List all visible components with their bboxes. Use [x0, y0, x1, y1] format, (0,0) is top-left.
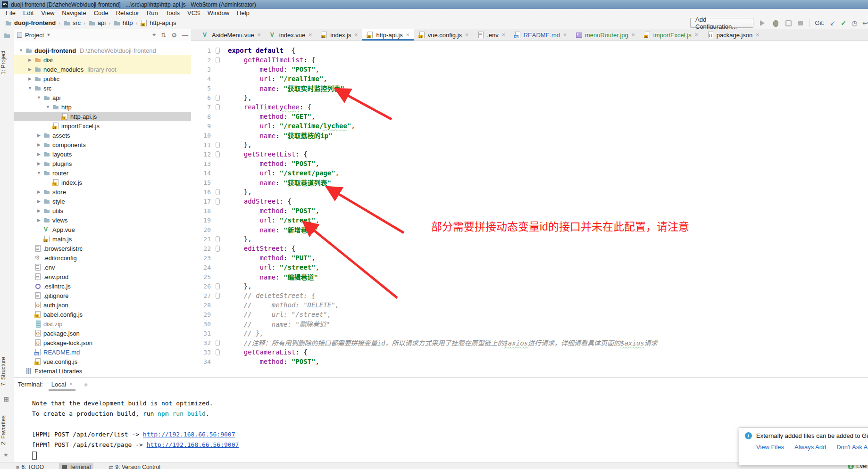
fold-pill-icon[interactable] [216, 57, 220, 63]
tree-item-duoji-frontend[interactable]: ▼duoji-frontendD:\zheheWeb\duoji-fronten… [14, 46, 191, 55]
chevron-right-icon[interactable]: ▶ [35, 161, 43, 166]
tree-item-style[interactable]: ▶style [14, 197, 191, 206]
tree-item-router[interactable]: ▼router [14, 168, 191, 178]
breadcrumb-item-duoji-frontend[interactable]: duoji-frontend [4, 19, 57, 27]
toolwindow-button-structure[interactable]: 7: Structure [0, 349, 14, 394]
fold-pill-icon[interactable] [216, 236, 220, 242]
chevron-right-icon[interactable]: ▶ [35, 133, 43, 138]
git-update-icon[interactable]: ↙ [830, 19, 836, 27]
menu-item-window[interactable]: Window [204, 9, 233, 16]
fold-pill-icon[interactable] [216, 142, 220, 148]
tree-item-.editorconfig[interactable]: .editorconfig [14, 253, 191, 263]
fold-pill-icon[interactable] [216, 246, 220, 252]
menu-item-edit[interactable]: Edit [19, 9, 37, 16]
fold-marker[interactable] [213, 198, 222, 205]
menu-item-file[interactable]: File [2, 9, 19, 16]
tree-item-index.js[interactable]: index.js [14, 178, 191, 187]
tree-item-http-api.js[interactable]: http-api.js [14, 112, 191, 121]
menu-item-view[interactable]: View [37, 9, 58, 16]
tab-importExcel.js[interactable]: importExcel.js× [639, 29, 702, 41]
close-icon[interactable]: × [309, 32, 312, 38]
tab-.env[interactable]: .env× [473, 29, 509, 41]
fold-pill-icon[interactable] [216, 340, 220, 346]
tree-item-dist[interactable]: ▶dist [14, 55, 191, 65]
fold-marker[interactable] [213, 48, 222, 54]
chevron-down-icon[interactable]: ▼ [35, 171, 43, 175]
tab-package.json[interactable]: package.json× [702, 29, 764, 41]
tab-AsideMenu.vue[interactable]: AsideMenu.vue× [198, 29, 265, 41]
chevron-down-icon[interactable]: ▼ [35, 95, 43, 100]
terminal-tab-local[interactable]: Local × [49, 378, 75, 391]
tree-item-layouts[interactable]: ▶layouts [14, 149, 191, 159]
chevron-right-icon[interactable]: ▶ [35, 208, 43, 213]
close-icon[interactable]: × [563, 32, 567, 38]
tree-item-babel.config.js[interactable]: babel.config.js [14, 310, 191, 319]
chevron-right-icon[interactable]: ▶ [35, 189, 43, 194]
chevron-right-icon[interactable]: ▶ [26, 67, 34, 72]
menu-item-help[interactable]: Help [233, 9, 253, 16]
fold-pill-icon[interactable] [216, 95, 220, 101]
tree-item-http[interactable]: ▼http [14, 102, 191, 112]
tree-item-plugins[interactable]: ▶plugins [14, 159, 191, 168]
tab-http-api.js[interactable]: http-api.js× [362, 29, 413, 41]
fold-pill-icon[interactable] [216, 48, 220, 54]
close-icon[interactable]: × [69, 381, 73, 387]
fold-pill-icon[interactable] [216, 293, 220, 299]
tree-item-api[interactable]: ▼api [14, 93, 191, 102]
code-editor[interactable]: 1export default {2 getRealTimeList: {3 m… [191, 41, 868, 377]
fold-pill-icon[interactable] [216, 189, 220, 195]
chevron-down-icon[interactable]: ▼ [46, 33, 50, 37]
fold-marker[interactable] [213, 104, 222, 110]
statusbar-item-9-version-control[interactable]: ⇄9: Version Control [106, 463, 163, 469]
tree-item-.gitignore[interactable]: .gitignore [14, 291, 191, 300]
menu-item-code[interactable]: Code [90, 9, 112, 16]
terminal-link[interactable]: http://192.168.66.56:9007 [147, 441, 239, 448]
close-icon[interactable]: × [756, 32, 759, 38]
chevron-down-icon[interactable]: ▼ [44, 105, 52, 109]
chevron-right-icon[interactable]: ▶ [26, 76, 34, 81]
fold-marker[interactable] [213, 283, 222, 289]
fold-marker[interactable] [213, 189, 222, 195]
fold-marker[interactable] [213, 293, 222, 299]
notification-action-don-t-ask-again[interactable]: Don't Ask Again [836, 444, 868, 451]
tree-item-.browserslistrc[interactable]: .browserslistrc [14, 244, 191, 253]
fold-pill-icon[interactable] [216, 151, 220, 157]
tab-index.js[interactable]: index.js× [316, 29, 362, 41]
git-history-icon[interactable]: ◷ [851, 19, 857, 27]
stop-icon[interactable] [797, 19, 804, 27]
close-icon[interactable]: × [354, 32, 358, 38]
tree-item-App.vue[interactable]: App.vue [14, 225, 191, 234]
breadcrumb-item-http-api.js[interactable]: http-api.js [139, 19, 177, 27]
tab-README.md[interactable]: README.md× [509, 29, 571, 41]
tree-item-README.md[interactable]: README.md [14, 347, 191, 357]
gear-icon[interactable]: ⚙ [171, 32, 177, 39]
fold-pill-icon[interactable] [216, 283, 220, 289]
tab-index.vue[interactable]: index.vue× [265, 29, 317, 41]
tab-menuRouter.jpg[interactable]: menuRouter.jpg× [571, 29, 639, 41]
chevron-down-icon[interactable]: ▼ [26, 86, 34, 91]
star-icon[interactable]: ★ [3, 452, 8, 458]
tree-item-.env.prod[interactable]: .env.prod [14, 272, 191, 281]
tree-item-importExcel.js[interactable]: importExcel.js [14, 121, 191, 131]
tree-item-.eslintrc.js[interactable]: .eslintrc.js [14, 281, 191, 291]
breadcrumb-item-http[interactable]: http [112, 19, 134, 27]
collapse-all-icon[interactable]: ⇅ [161, 32, 166, 39]
close-icon[interactable]: × [465, 32, 468, 38]
run-icon[interactable] [759, 19, 766, 27]
fold-marker[interactable] [213, 142, 222, 148]
tree-item-store[interactable]: ▶store [14, 187, 191, 197]
menu-item-navigate[interactable]: Navigate [58, 9, 90, 16]
locate-file-icon[interactable]: ⌖ [152, 31, 156, 39]
fold-marker[interactable] [213, 340, 222, 346]
notification-action-always-add[interactable]: Always Add [794, 444, 826, 451]
project-toolwindow-icon[interactable] [4, 33, 10, 38]
tree-item-src[interactable]: ▼src [14, 83, 191, 93]
tree-item-components[interactable]: ▶components [14, 140, 191, 149]
chevron-right-icon[interactable]: ▶ [35, 142, 43, 147]
notification-action-view-files[interactable]: View Files [756, 444, 784, 451]
statusbar-item-terminal[interactable]: Terminal [59, 463, 93, 469]
chevron-right-icon[interactable]: ▶ [35, 199, 43, 204]
tree-item-auth.json[interactable]: auth.json [14, 300, 191, 310]
fold-marker[interactable] [213, 246, 222, 252]
menu-item-tools[interactable]: Tools [162, 9, 184, 16]
